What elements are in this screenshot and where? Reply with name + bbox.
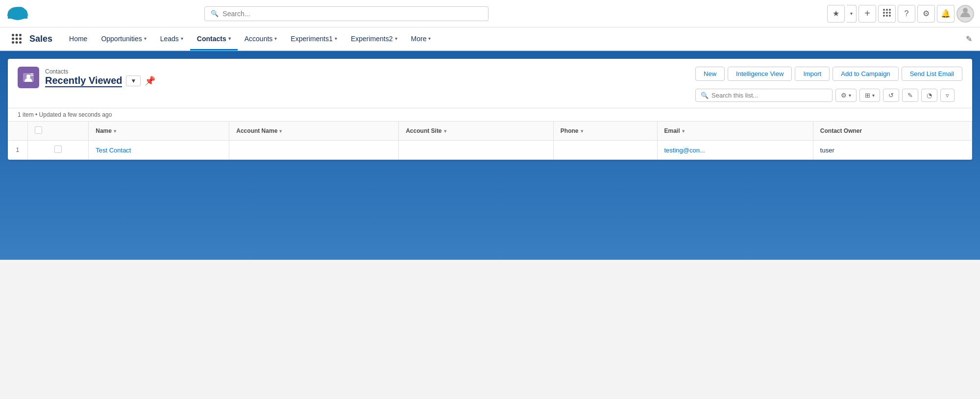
nav-item-more[interactable]: More ▾ bbox=[404, 28, 438, 50]
new-button[interactable]: New bbox=[695, 67, 725, 81]
svg-point-23 bbox=[16, 41, 18, 44]
toolbar: 🔍 ⚙ ▾ ⊞ ▾ ↺ ✎ bbox=[695, 89, 955, 102]
account-site-column-header[interactable]: Account Site ▾ bbox=[399, 122, 554, 141]
settings-icon: ⚙ bbox=[841, 92, 847, 99]
account-site-cell bbox=[399, 141, 554, 160]
email-link[interactable]: testing@con... bbox=[664, 147, 705, 154]
contact-owner-column-header: Contact Owner bbox=[813, 122, 972, 141]
nav-item-leads[interactable]: Leads ▾ bbox=[153, 28, 190, 50]
row-checkbox[interactable] bbox=[54, 146, 62, 153]
notifications-button[interactable]: 🔔 bbox=[937, 5, 955, 23]
chart-icon: ◔ bbox=[927, 92, 932, 99]
phone-cell bbox=[553, 141, 657, 160]
svg-point-17 bbox=[16, 34, 18, 36]
chart-button[interactable]: ◔ bbox=[921, 89, 937, 102]
svg-point-19 bbox=[12, 38, 14, 40]
filter-button[interactable]: ▿ bbox=[940, 89, 955, 102]
avatar-icon bbox=[959, 6, 971, 21]
contact-name-link[interactable]: Test Contact bbox=[96, 147, 131, 154]
favorites-button[interactable]: ★ bbox=[827, 5, 845, 23]
contacts-table: Name ▾ Account Name ▾ Account Site bbox=[8, 122, 972, 160]
nav-item-home[interactable]: Home bbox=[62, 28, 94, 50]
pencil-icon: ✎ bbox=[907, 92, 913, 99]
chevron-opportunities: ▾ bbox=[144, 36, 147, 41]
chevron-down-icon: ▾ bbox=[850, 11, 853, 16]
search-icon: 🔍 bbox=[701, 92, 709, 99]
column-settings-button[interactable]: ⚙ ▾ bbox=[835, 89, 857, 102]
action-buttons: New Intelligence View Import Add to Camp… bbox=[695, 67, 962, 81]
nav-item-experiments1[interactable]: Experiments1 ▾ bbox=[284, 28, 344, 50]
nav-item-contacts[interactable]: Contacts ▾ bbox=[190, 28, 238, 50]
name-column-header[interactable]: Name ▾ bbox=[89, 122, 229, 141]
nav-item-opportunities[interactable]: Opportunities ▾ bbox=[94, 28, 153, 50]
table-dropdown-arrow: ▾ bbox=[872, 93, 875, 98]
import-button[interactable]: Import bbox=[795, 67, 830, 81]
gear-icon: ⚙ bbox=[923, 9, 930, 18]
title-text: Contacts Recently Viewed ▼ 📌 bbox=[45, 68, 155, 87]
svg-rect-5 bbox=[8, 14, 27, 19]
favorites-dropdown-button[interactable]: ▾ bbox=[847, 5, 857, 23]
list-view-card: Contacts Recently Viewed ▼ 📌 New Intelli… bbox=[8, 59, 972, 160]
list-search-input[interactable] bbox=[711, 92, 809, 99]
list-view-dropdown-button[interactable]: ▼ bbox=[126, 75, 141, 86]
filter-icon: ▿ bbox=[946, 92, 949, 99]
svg-point-13 bbox=[886, 15, 888, 17]
svg-point-24 bbox=[19, 41, 22, 44]
help-button[interactable]: ? bbox=[898, 5, 915, 23]
phone-column-header[interactable]: Phone ▾ bbox=[553, 122, 657, 141]
svg-point-16 bbox=[12, 34, 14, 36]
nav-items: Home Opportunities ▾ Leads ▾ Contacts ▾ … bbox=[62, 27, 438, 50]
svg-rect-27 bbox=[30, 74, 33, 75]
app-launcher-button[interactable] bbox=[8, 30, 25, 48]
refresh-icon: ↺ bbox=[888, 92, 894, 99]
secondary-navigation: Sales Home Opportunities ▾ Leads ▾ Conta… bbox=[0, 27, 980, 51]
bell-icon: 🔔 bbox=[941, 9, 951, 18]
intelligence-view-button[interactable]: Intelligence View bbox=[728, 67, 792, 81]
table-view-button[interactable]: ⊞ ▾ bbox=[859, 89, 880, 102]
edit-columns-button[interactable]: ✎ bbox=[902, 89, 918, 102]
svg-point-21 bbox=[19, 38, 22, 40]
svg-point-18 bbox=[19, 34, 22, 36]
svg-point-22 bbox=[12, 41, 14, 44]
star-icon: ★ bbox=[833, 9, 839, 18]
contact-name-cell: Test Contact bbox=[89, 141, 229, 160]
send-list-email-button[interactable]: Send List Email bbox=[902, 67, 962, 81]
account-name-column-header[interactable]: Account Name ▾ bbox=[229, 122, 399, 141]
email-cell: testing@con... bbox=[657, 141, 813, 160]
svg-point-11 bbox=[889, 12, 891, 14]
row-checkbox-cell[interactable] bbox=[27, 141, 89, 160]
title-area: Contacts Recently Viewed ▼ 📌 bbox=[18, 67, 155, 88]
svg-point-6 bbox=[883, 9, 885, 11]
nav-item-experiments2[interactable]: Experiments2 ▾ bbox=[344, 28, 404, 50]
nav-label-opportunities: Opportunities bbox=[101, 35, 142, 43]
user-avatar[interactable] bbox=[956, 5, 974, 23]
salesforce-logo[interactable] bbox=[6, 4, 29, 23]
svg-point-8 bbox=[889, 9, 891, 11]
row-number-header bbox=[8, 122, 27, 141]
settings-dropdown-arrow: ▾ bbox=[849, 93, 851, 98]
nav-edit-button[interactable]: ✎ bbox=[966, 34, 972, 44]
list-view-title: Recently Viewed bbox=[45, 75, 122, 87]
add-to-campaign-button[interactable]: Add to Campaign bbox=[833, 67, 898, 81]
svg-rect-28 bbox=[30, 75, 33, 76]
refresh-button[interactable]: ↺ bbox=[883, 89, 899, 102]
global-search-container: 🔍 bbox=[204, 6, 489, 21]
svg-point-4 bbox=[16, 7, 24, 13]
email-column-header[interactable]: Email ▾ bbox=[657, 122, 813, 141]
nav-label-contacts: Contacts bbox=[197, 35, 226, 43]
account-name-sort-icon: ▾ bbox=[279, 128, 282, 134]
chevron-leads: ▾ bbox=[181, 36, 183, 41]
app-name: Sales bbox=[29, 34, 52, 44]
main-content: Contacts Recently Viewed ▼ 📌 New Intelli… bbox=[0, 51, 980, 399]
pin-button[interactable]: 📌 bbox=[145, 75, 155, 86]
breadcrumb: Contacts bbox=[45, 68, 155, 75]
add-button[interactable]: + bbox=[858, 5, 876, 23]
checkbox-header[interactable] bbox=[27, 122, 89, 141]
list-view-header: Contacts Recently Viewed ▼ 📌 New Intelli… bbox=[8, 59, 972, 108]
setup-button[interactable]: ⚙ bbox=[917, 5, 935, 23]
global-search-input[interactable] bbox=[222, 10, 482, 18]
nav-item-accounts[interactable]: Accounts ▾ bbox=[238, 28, 284, 50]
setup-waffle-button[interactable] bbox=[878, 5, 896, 23]
account-site-sort-icon: ▾ bbox=[444, 128, 446, 134]
select-all-checkbox[interactable] bbox=[35, 126, 42, 134]
